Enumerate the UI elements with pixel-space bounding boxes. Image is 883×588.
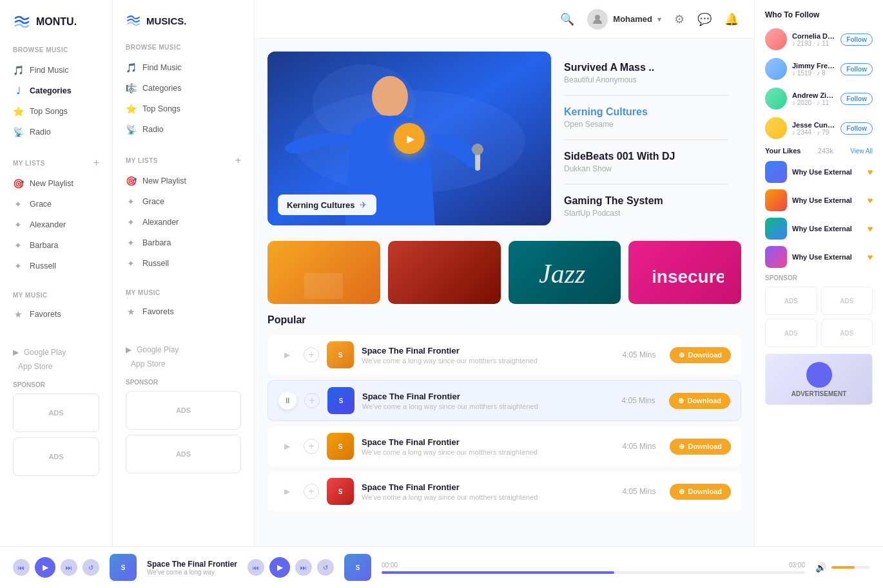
sidebar-item-radio[interactable]: 📡 Radio bbox=[0, 122, 112, 142]
second-playlist-alexander[interactable]: ✦ Alexander bbox=[113, 212, 254, 232]
app-store-link[interactable]: App Store bbox=[13, 362, 99, 371]
play-button-3[interactable]: ▶ bbox=[278, 437, 296, 455]
sponsor-ad-2[interactable]: ADS bbox=[821, 287, 873, 315]
like-thumb-1 bbox=[765, 161, 787, 183]
second-app-store[interactable]: App Store bbox=[126, 359, 241, 368]
track-kerning[interactable]: Kerning Cultures Open Sesame bbox=[564, 96, 728, 140]
follow-name-4: Jesse Cunningham bbox=[792, 121, 835, 129]
track-duration-4: 4:05 Mins bbox=[622, 487, 655, 496]
second-google-icon: ▶ bbox=[126, 345, 131, 354]
who-follow-title: Who To Follow bbox=[765, 10, 873, 19]
star-icon-4: ✦ bbox=[13, 261, 23, 271]
follow-button-4[interactable]: Follow bbox=[840, 122, 873, 135]
second-add-list-button[interactable]: + bbox=[235, 155, 241, 166]
play-button-1[interactable]: ▶ bbox=[278, 346, 296, 364]
add-button-2[interactable]: + bbox=[304, 393, 320, 408]
player-play-button[interactable]: ▶ bbox=[35, 557, 55, 578]
player-time-total: 03:00 bbox=[789, 562, 805, 569]
google-play-link[interactable]: ▶ Google Play bbox=[13, 348, 99, 357]
second-playlist-barbara[interactable]: ✦ Barbara bbox=[113, 232, 254, 253]
like-thumb-4 bbox=[765, 246, 787, 268]
download-button-4[interactable]: ⊕ Download bbox=[670, 484, 731, 500]
track-survived[interactable]: Survived A Mass .. Beautiful Anonymous bbox=[564, 52, 728, 95]
sponsor-ad-3[interactable]: ADS bbox=[765, 319, 817, 347]
pause-button-2[interactable]: ⏸ bbox=[278, 392, 296, 410]
like-thumb-2 bbox=[765, 189, 787, 211]
my-lists-header: My Lists + bbox=[0, 155, 112, 173]
volume-bar[interactable] bbox=[831, 566, 870, 569]
player-play-button-2[interactable]: ▶ bbox=[269, 557, 290, 578]
track-gaming[interactable]: Gaming The System StartUp Podcast bbox=[564, 185, 728, 228]
player-time-row: 00:00 03:00 bbox=[382, 562, 805, 569]
follow-button-1[interactable]: Follow bbox=[840, 33, 873, 46]
thumb-2[interactable] bbox=[388, 241, 501, 304]
second-ads-box-1[interactable]: ADS bbox=[126, 391, 241, 430]
svg-text:insecure: insecure bbox=[652, 267, 724, 287]
second-radio[interactable]: 📡 Radio bbox=[113, 119, 254, 140]
track-row-4: ▶ + S Space The Final Frontier We've not… bbox=[267, 471, 741, 511]
favorets-item[interactable]: ★ Favorets bbox=[0, 304, 112, 325]
advertisement-banner[interactable]: ADVERTISEMENT bbox=[765, 354, 873, 405]
follow-button-3[interactable]: Follow bbox=[840, 93, 873, 105]
settings-icon[interactable]: ⚙ bbox=[674, 12, 684, 26]
player-shuffle-button[interactable]: ↺ bbox=[82, 559, 99, 576]
hero-track-label[interactable]: Kerning Cultures ✈ bbox=[278, 194, 376, 215]
second-categories[interactable]: 🎼 Categories bbox=[113, 78, 254, 99]
search-icon[interactable]: 🔍 bbox=[560, 12, 574, 26]
track-name-2: Space The Final Frontier bbox=[362, 392, 614, 401]
second-google-play[interactable]: ▶ Google Play bbox=[126, 345, 241, 354]
follow-button-2[interactable]: Follow bbox=[840, 63, 873, 75]
player-progress-bar[interactable] bbox=[382, 571, 805, 574]
player-shuffle-button-2[interactable]: ↺ bbox=[317, 559, 334, 576]
logo-icon bbox=[13, 13, 31, 31]
second-find-music[interactable]: 🎵 Find Music bbox=[113, 57, 254, 78]
second-star-icon-4: ✦ bbox=[126, 258, 136, 269]
second-ads-box-2[interactable]: ADS bbox=[126, 435, 241, 473]
sidebar-item-categories[interactable]: ♩ Categories bbox=[0, 81, 112, 101]
ads-box-2[interactable]: ADS bbox=[13, 437, 99, 476]
play-button-4[interactable]: ▶ bbox=[278, 482, 296, 500]
playlist-alexander[interactable]: ✦ Alexander bbox=[0, 214, 112, 235]
sponsor-ad-4[interactable]: ADS bbox=[821, 319, 873, 347]
ads-box-1[interactable]: ADS bbox=[13, 394, 99, 432]
playlist-russell[interactable]: ✦ Russell bbox=[0, 256, 112, 276]
thumb-1[interactable] bbox=[267, 241, 380, 304]
hero-play-button[interactable]: ▶ bbox=[394, 123, 425, 154]
playlist-new[interactable]: 🎯 New Playlist bbox=[0, 173, 112, 194]
add-button-3[interactable]: + bbox=[304, 439, 319, 454]
download-button-3[interactable]: ⊕ Download bbox=[670, 439, 731, 455]
thumb-4[interactable]: insecure bbox=[628, 241, 741, 304]
player-rewind-button-2[interactable]: ⏮ bbox=[247, 559, 264, 576]
download-button-1[interactable]: ⊕ Download bbox=[670, 347, 731, 363]
volume-icon[interactable]: 🔊 bbox=[815, 562, 826, 573]
player-forward-button[interactable]: ⏭ bbox=[61, 559, 77, 576]
second-sponsor-title: Sponsor bbox=[126, 379, 241, 386]
svg-point-6 bbox=[472, 144, 483, 155]
player-rewind-button[interactable]: ⏮ bbox=[13, 559, 30, 576]
track-sidebeats[interactable]: SideBeats 001 With DJ Dukkan Show bbox=[564, 140, 728, 184]
sponsor-ad-1[interactable]: ADS bbox=[765, 287, 817, 315]
follow-item-1: Cornelia Davis ♪ 2193 · ♪ 11 Follow bbox=[765, 28, 873, 50]
second-logo: MUSICS. bbox=[113, 13, 254, 44]
second-playlist-russell[interactable]: ✦ Russell bbox=[113, 253, 254, 274]
player-track-name: Space The Final Frontier bbox=[147, 560, 237, 569]
notifications-icon[interactable]: 🔔 bbox=[724, 12, 739, 26]
sidebar-item-top-songs[interactable]: ⭐ Top Songs bbox=[0, 101, 112, 122]
second-playlist-new[interactable]: 🎯 New Playlist bbox=[113, 171, 254, 191]
user-menu[interactable]: Mohamed ▾ bbox=[587, 9, 661, 30]
second-top-songs[interactable]: ⭐ Top Songs bbox=[113, 99, 254, 119]
add-list-button[interactable]: + bbox=[93, 158, 99, 168]
add-button-1[interactable]: + bbox=[304, 347, 319, 363]
view-all-button[interactable]: View All bbox=[850, 147, 873, 155]
second-playlist-grace[interactable]: ✦ Grace bbox=[113, 191, 254, 212]
second-favorets[interactable]: ★ Favorets bbox=[113, 301, 254, 322]
player-forward-button-2[interactable]: ⏭ bbox=[295, 559, 312, 576]
download-button-2[interactable]: ⊕ Download bbox=[669, 393, 730, 409]
thumb-3[interactable]: Jazz bbox=[509, 241, 621, 304]
playlist-grace[interactable]: ✦ Grace bbox=[0, 194, 112, 214]
add-button-4[interactable]: + bbox=[304, 484, 319, 499]
playlist-barbara[interactable]: ✦ Barbara bbox=[0, 235, 112, 256]
messages-icon[interactable]: 💬 bbox=[697, 12, 712, 26]
second-star-icon-3: ✦ bbox=[126, 238, 136, 248]
sidebar-item-find-music[interactable]: 🎵 Find Music bbox=[0, 60, 112, 81]
